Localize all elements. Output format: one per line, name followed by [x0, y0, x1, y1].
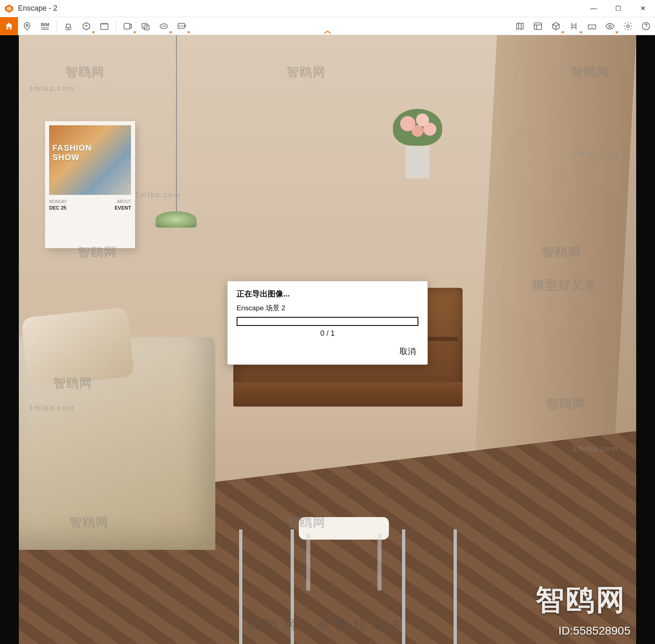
export-progress-dialog: 正在导出图像... Enscape 场景 2 0 / 1 取消	[227, 281, 428, 365]
window-titlebar: Enscape - 2 — ☐ ✕	[0, 0, 655, 17]
window-minimize-button[interactable]: —	[581, 0, 606, 17]
toolbar-collapse-chevron[interactable]	[319, 30, 336, 36]
view-presets-button[interactable]	[77, 17, 95, 35]
watermark-brand: 智鸥网	[247, 617, 301, 633]
progress-bar	[237, 317, 418, 326]
watermark-slogan: 模型好又多	[318, 617, 408, 633]
binoculars-button[interactable]	[59, 17, 77, 35]
home-button[interactable]	[0, 17, 18, 35]
dropdown-caret-icon	[169, 32, 172, 34]
letterbox	[636, 35, 655, 644]
dialog-scene-name: Enscape 场景 2	[237, 303, 418, 313]
progress-count: 0 / 1	[237, 329, 418, 338]
svg-point-3	[86, 25, 87, 27]
svg-point-17	[627, 25, 629, 27]
bim-info-button[interactable]: BIM	[36, 17, 54, 35]
window-controls: — ☐ ✕	[581, 0, 655, 17]
location-pin-button[interactable]	[18, 17, 36, 35]
scene-poster: FASHIONSHOW MONDAYABOUT DEC 25EVENT	[45, 121, 135, 248]
dropdown-caret-icon	[187, 32, 190, 34]
svg-rect-8	[144, 25, 149, 30]
help-button[interactable]	[637, 17, 655, 35]
svg-point-16	[609, 25, 611, 27]
window-maximize-button[interactable]: ☐	[606, 0, 630, 17]
scene-stool	[299, 517, 389, 587]
svg-point-0	[26, 24, 28, 26]
scene-pillow	[21, 307, 134, 387]
screenshot-button[interactable]	[119, 17, 137, 35]
batch-render-button[interactable]	[137, 17, 155, 35]
asset-id-label: ID:558528905	[558, 624, 630, 637]
svg-rect-7	[142, 23, 147, 28]
svg-rect-5	[101, 23, 108, 25]
svg-text:360: 360	[162, 25, 166, 27]
scene-vase	[393, 109, 442, 174]
panorama-360-button[interactable]: 360	[155, 17, 173, 35]
svg-text:EXE: EXE	[179, 25, 184, 27]
minimap-button[interactable]	[511, 17, 529, 35]
render-viewport[interactable]: FASHIONSHOW MONDAYABOUT DEC 25EVENT	[0, 35, 655, 644]
dropdown-caret-icon	[133, 32, 136, 34]
main-toolbar: BIM 360 EXE	[0, 17, 655, 35]
visibility-button[interactable]	[601, 17, 619, 35]
vr-headset-button[interactable]	[583, 17, 601, 35]
toolbar-separator	[116, 20, 116, 32]
video-path-button[interactable]	[95, 17, 113, 35]
dropdown-caret-icon	[579, 32, 583, 34]
dropdown-caret-icon	[615, 32, 619, 34]
dropdown-caret-icon	[92, 32, 95, 34]
settings-button[interactable]	[619, 17, 637, 35]
svg-rect-4	[101, 24, 108, 29]
scene-lamp-shade	[156, 211, 196, 228]
bim-label: BIM	[41, 22, 49, 27]
dropdown-caret-icon	[561, 32, 565, 34]
asset-library-button[interactable]	[529, 17, 547, 35]
toolbar-separator	[56, 20, 57, 32]
app-logo-icon	[4, 4, 14, 14]
letterbox	[0, 35, 19, 644]
exe-export-button[interactable]: EXE	[173, 17, 191, 35]
svg-point-19	[646, 28, 646, 29]
cube-view-button[interactable]	[547, 17, 565, 35]
dialog-title: 正在导出图像...	[237, 289, 418, 299]
svg-rect-6	[124, 23, 130, 29]
scene-lamp-cord	[176, 35, 177, 215]
cancel-button[interactable]: 取消	[397, 345, 418, 358]
window-title: Enscape - 2	[18, 4, 57, 13]
watermark-brand-large: 智鸥网	[535, 581, 626, 619]
window-close-button[interactable]: ✕	[630, 0, 655, 17]
svg-rect-13	[534, 23, 542, 29]
collaboration-button[interactable]	[565, 17, 583, 35]
watermark-bottom-bar: 智鸥网 模型好又多	[247, 617, 408, 633]
